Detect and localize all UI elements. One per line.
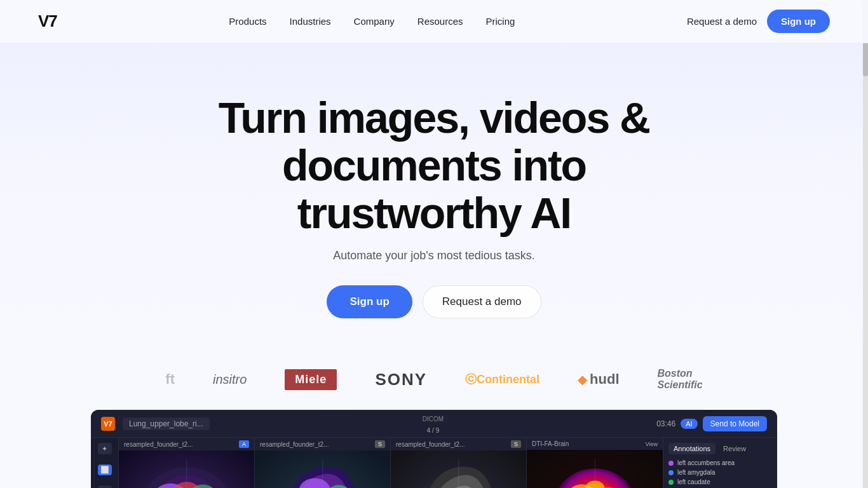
panel-tabs: Annotations Review xyxy=(668,443,772,454)
app-logo: V7 xyxy=(101,417,115,431)
panel-4-image xyxy=(527,450,663,488)
app-timer: 03:46 AI Send to Model xyxy=(656,416,767,431)
cursor-icon: ✦ xyxy=(102,445,107,453)
hudl-icon: ◆ xyxy=(578,372,587,387)
sidebar-brush-icon[interactable]: ✏ xyxy=(98,485,112,488)
logo[interactable]: V7 xyxy=(38,11,57,31)
panel-1-label: resampled_founder_t2... xyxy=(124,441,193,448)
nav-actions: Request a demo Sign up xyxy=(687,10,830,33)
panel-3-badge: S xyxy=(511,440,521,448)
panel-4-badge: View xyxy=(646,441,658,447)
annotation-dot-3 xyxy=(668,480,674,485)
logo-sony-text: SONY xyxy=(375,370,427,390)
annotation-dot-2 xyxy=(668,470,674,475)
panel-4-header: DTI-FA-Brain View xyxy=(527,438,663,450)
hero-section: Turn images, videos & documents into tru… xyxy=(0,43,868,349)
logos-bar: ft insitro Miele SONY ⓒ Continental ◆ hu… xyxy=(0,349,868,410)
logo-item-boston: BostonScientific xyxy=(658,368,703,391)
send-to-model-button[interactable]: Send to Model xyxy=(703,416,767,431)
logo-boston-text: BostonScientific xyxy=(658,368,703,391)
logo-insitro-text: insitro xyxy=(213,372,247,387)
hero-buttons: Sign up Request a demo xyxy=(38,285,830,318)
app-titlebar: V7 Lung_upper_lobe_ri... DICOM 4 / 9 03:… xyxy=(91,410,777,438)
annotation-label-1: left accumbens area xyxy=(677,459,735,466)
brain-panel-2: resampled_founder_t2... S xyxy=(255,438,391,488)
sidebar-cursor-icon[interactable]: ✦ xyxy=(98,443,112,454)
app-screenshot: V7 Lung_upper_lobe_ri... DICOM 4 / 9 03:… xyxy=(91,410,777,488)
brain-panels: resampled_founder_t2... A xyxy=(119,438,663,488)
nav-pricing[interactable]: Pricing xyxy=(486,16,515,27)
sidebar-annotate-icon[interactable]: ⬜ xyxy=(98,464,112,475)
hero-headline: Turn images, videos & documents into tru… xyxy=(193,94,675,236)
annotate-icon: ⬜ xyxy=(100,466,109,474)
brain-panel-4: DTI-FA-Brain View xyxy=(527,438,663,488)
app-filename: Lung_upper_lobe_ri... xyxy=(123,417,210,430)
logo-item-sony: SONY xyxy=(375,370,427,390)
request-demo-nav-button[interactable]: Request a demo xyxy=(687,16,757,27)
signup-hero-button[interactable]: Sign up xyxy=(327,285,412,318)
panel-2-image xyxy=(255,451,390,488)
signup-nav-button[interactable]: Sign up xyxy=(767,10,830,33)
nav-links: Products Industries Company Resources Pr… xyxy=(229,16,515,27)
logo-item-continental: ⓒ Continental xyxy=(465,372,539,387)
annotation-label-2: left amygdala xyxy=(677,469,715,476)
panel-3-image xyxy=(391,451,526,488)
logo-item-insitro: insitro xyxy=(213,372,247,387)
panel-2-header: resampled_founder_t2... S xyxy=(255,438,390,451)
logo-item-left: ft xyxy=(165,371,175,388)
panel-1-image xyxy=(119,451,254,488)
logo-continental-symbol: ⓒ xyxy=(465,372,477,387)
panel-4-label: DTI-FA-Brain xyxy=(532,440,569,447)
annotation-dot-1 xyxy=(668,461,674,466)
nav-products[interactable]: Products xyxy=(229,16,266,27)
app-body: ✦ ⬜ ✏ ⬡ ⊕ ⚙ xyxy=(91,438,777,488)
timer-badge: AI xyxy=(681,419,697,429)
annotations-panel: Annotations Review left accumbens area l… xyxy=(663,438,777,488)
panel-2-badge: S xyxy=(375,440,385,448)
nav-resources[interactable]: Resources xyxy=(417,16,463,27)
hero-subtitle: Automate your job's most tedious tasks. xyxy=(38,249,830,262)
review-tab[interactable]: Review xyxy=(718,443,751,454)
nav-industries[interactable]: Industries xyxy=(290,16,331,27)
nav-company[interactable]: Company xyxy=(354,16,395,27)
panel-2-label: resampled_founder_t2... xyxy=(260,441,329,448)
logo-miele-text: Miele xyxy=(285,369,337,390)
logo-left-text: ft xyxy=(165,371,175,388)
annotation-item-3: left caudate xyxy=(668,478,772,485)
request-demo-hero-button[interactable]: Request a demo xyxy=(423,285,541,318)
annotation-item-2: left amygdala xyxy=(668,469,772,476)
annotation-item-1: left accumbens area xyxy=(668,459,772,466)
panel-1-header: resampled_founder_t2... A xyxy=(119,438,254,451)
brain-panel-3: resampled_founder_t2... S xyxy=(391,438,527,488)
panel-3-label: resampled_founder_t2... xyxy=(396,441,465,448)
brain-panel-1: resampled_founder_t2... A xyxy=(119,438,255,488)
annotations-tab[interactable]: Annotations xyxy=(668,443,715,454)
panel-1-badge: A xyxy=(239,440,249,448)
logo-hudl-text: hudl xyxy=(590,371,619,388)
dicom-info: DICOM 4 / 9 xyxy=(217,412,649,435)
logo-item-miele: Miele xyxy=(285,369,337,390)
app-sidebar: ✦ ⬜ ✏ ⬡ ⊕ ⚙ xyxy=(91,438,119,488)
logo-item-hudl: ◆ hudl xyxy=(578,371,619,388)
navbar: V7 Products Industries Company Resources… xyxy=(0,0,868,43)
annotation-label-3: left caudate xyxy=(677,478,710,485)
scrollbar-track xyxy=(863,0,868,488)
logo-continental-text: Continental xyxy=(477,373,539,386)
panel-3-header: resampled_founder_t2... S xyxy=(391,438,526,451)
annotation-list: left accumbens area left amygdala left c… xyxy=(668,459,772,488)
